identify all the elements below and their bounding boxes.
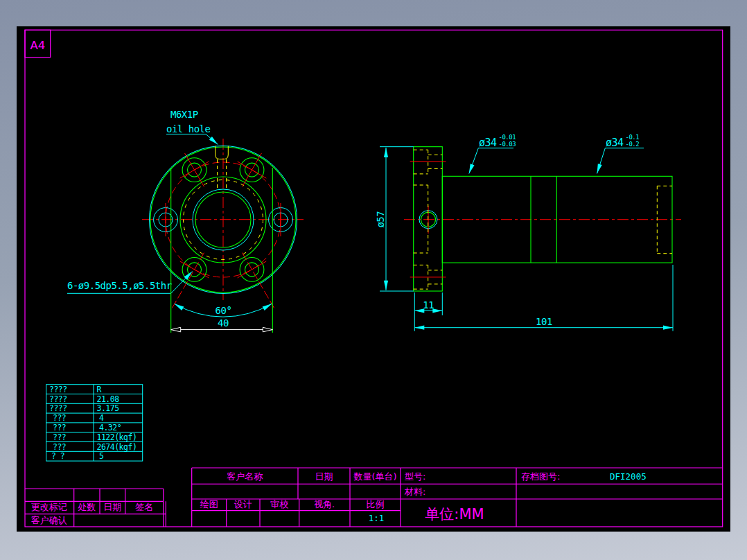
flange-width-text: 11 bbox=[423, 299, 434, 310]
param-value: 1122(kgf) bbox=[97, 432, 137, 442]
angle-dimension-text: 60° bbox=[216, 305, 232, 316]
param-label: ? ? bbox=[51, 451, 64, 461]
view-angle-label: 视角. bbox=[314, 499, 335, 509]
span-dimension-text: 40 bbox=[218, 317, 229, 329]
customer-confirm-label: 客户确认 bbox=[31, 515, 67, 525]
signature-label: 签名 bbox=[135, 502, 153, 512]
body-dia2-tol-upper: -0.1 bbox=[626, 134, 640, 141]
material-label: 材料: bbox=[404, 487, 425, 497]
param-value: 2674(kgf) bbox=[97, 442, 137, 452]
param-value: 5 bbox=[99, 451, 103, 461]
review-label: 审校 bbox=[270, 499, 288, 509]
change-mark-label: 更改标记 bbox=[31, 502, 67, 512]
model-label: 型号: bbox=[405, 471, 425, 482]
param-value: 21.08 bbox=[97, 394, 120, 404]
quantity-label: 数量(单台) bbox=[353, 471, 396, 482]
date-label: 日期 bbox=[315, 471, 333, 482]
oil-hole-text-label: oil hole bbox=[166, 123, 211, 134]
param-label: ???? bbox=[49, 394, 67, 404]
design-label: 设计 bbox=[234, 499, 252, 509]
param-value: 4 bbox=[99, 413, 104, 423]
unit-text: 单位:MM bbox=[425, 506, 484, 523]
body-dia1-tol-upper: -0.01 bbox=[499, 134, 516, 141]
body-dia1-text: ø34 bbox=[479, 137, 497, 149]
archive-no-label: 存档图号: bbox=[521, 471, 560, 482]
scale-value: 1:1 bbox=[369, 513, 385, 523]
drawing-canvas: A4 bbox=[0, 0, 747, 560]
param-label: ??? bbox=[53, 423, 66, 432]
param-label: ??? bbox=[53, 442, 66, 452]
bolt-hole-spec-label: 6-ø9.5dp5.5,ø5.5thr bbox=[67, 280, 172, 291]
body-dia1-tol-lower: -0.03 bbox=[499, 141, 516, 148]
param-value: R bbox=[97, 385, 102, 394]
body-dia2-tol-lower: -0.2 bbox=[626, 141, 640, 148]
param-value: 3.175 bbox=[97, 403, 119, 413]
param-value: 4.32° bbox=[99, 423, 121, 432]
length-text: 101 bbox=[536, 316, 552, 327]
oil-hole-spec-label: M6X1P bbox=[170, 109, 198, 120]
param-label: ???? bbox=[49, 385, 67, 394]
customer-name-label: 客户名称 bbox=[227, 471, 263, 482]
param-label: ???? bbox=[49, 403, 67, 413]
param-label: ??? bbox=[53, 413, 66, 423]
model-space bbox=[17, 26, 730, 532]
cad-window: A4 bbox=[0, 0, 747, 560]
param-label: ??? bbox=[53, 432, 66, 442]
archive-no-value: DFI2005 bbox=[610, 471, 647, 482]
sheet-size-label: A4 bbox=[30, 39, 45, 52]
flange-dia-text: ø57 bbox=[375, 211, 386, 228]
change-date-label: 日期 bbox=[103, 502, 121, 512]
draw-label: 绘图 bbox=[200, 499, 218, 509]
body-dia2-text: ø34 bbox=[606, 137, 624, 149]
places-label: 处数 bbox=[78, 502, 96, 512]
scale-label: 比例 bbox=[367, 499, 385, 509]
